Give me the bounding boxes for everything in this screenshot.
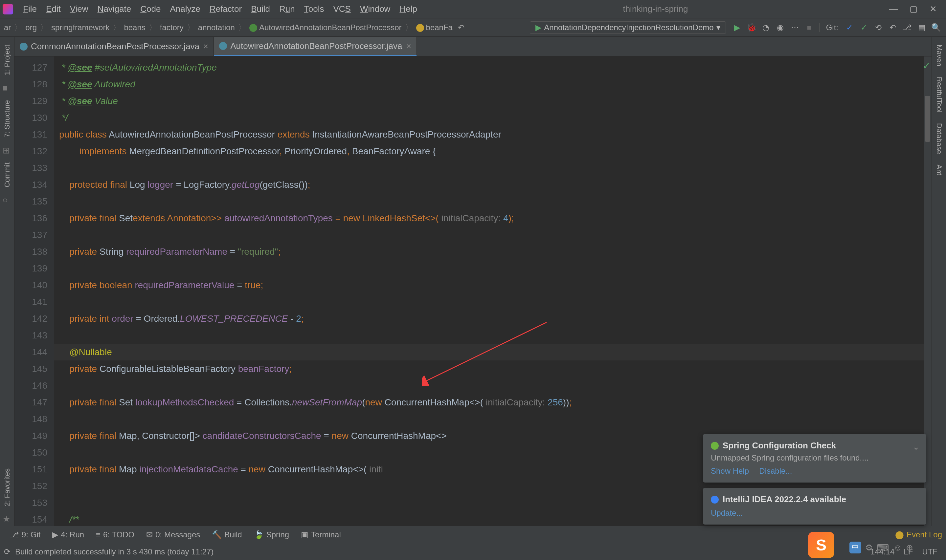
- tool-favorites[interactable]: 2: Favorites: [2, 463, 13, 511]
- status-encoding[interactable]: UTF: [917, 547, 942, 556]
- git-revert-icon[interactable]: ↶: [887, 22, 898, 33]
- scrollbar-thumb[interactable]: [925, 96, 930, 142]
- left-toolbar: 1: Project ■ 7: Structure ⊞ Commit ○ 2: …: [0, 37, 14, 526]
- bt-terminal[interactable]: ▣ Terminal: [295, 530, 347, 539]
- crumb-0[interactable]: ar: [3, 23, 12, 32]
- titlebar: File Edit View Navigate Code Analyze Ref…: [0, 0, 946, 18]
- menu-view[interactable]: View: [65, 4, 93, 14]
- ime-tool-icon[interactable]: ⚙: [865, 543, 873, 553]
- tab-0-close-icon[interactable]: ×: [203, 42, 208, 52]
- ime-emoji-icon[interactable]: ☺: [893, 543, 902, 553]
- bt-git[interactable]: ⎇ 9: Git: [4, 530, 46, 539]
- git-history-icon[interactable]: ⟲: [873, 22, 884, 33]
- notification-title: Spring Configuration Check: [723, 440, 836, 451]
- run-icon[interactable]: ▶: [732, 22, 743, 33]
- menu-file[interactable]: File: [18, 4, 42, 14]
- window-title: thinking-in-spring: [422, 4, 889, 14]
- coverage-icon[interactable]: ◔: [761, 22, 771, 33]
- gutter[interactable]: 1271281291301311321331341351361371381391…: [14, 57, 54, 526]
- menu-build[interactable]: Build: [247, 4, 274, 14]
- navbar: ar〉 org〉 springframework〉 beans〉 factory…: [0, 18, 946, 37]
- update-link[interactable]: Update...: [711, 508, 743, 518]
- tool-ant[interactable]: Ant: [934, 159, 945, 180]
- menu-navigate[interactable]: Navigate: [93, 4, 136, 14]
- bt-run[interactable]: ▶ 4: Run: [46, 530, 90, 539]
- java-class-icon: [20, 43, 28, 51]
- notification-spring[interactable]: Spring Configuration Check Unmapped Spri…: [703, 434, 926, 483]
- attach-icon[interactable]: ⋯: [790, 22, 800, 33]
- show-help-link[interactable]: Show Help: [711, 466, 749, 475]
- info-icon: [711, 496, 719, 503]
- tool-project[interactable]: 1: Project: [2, 39, 13, 80]
- menu-analyze[interactable]: Analyze: [165, 4, 205, 14]
- maximize-icon[interactable]: ▢: [909, 4, 918, 14]
- crumb-6[interactable]: AutowiredAnnotationBeanPostProcessor: [248, 23, 403, 32]
- git-label: Git:: [826, 23, 838, 32]
- app-icon: [3, 4, 13, 14]
- tool-maven[interactable]: Maven: [934, 39, 945, 72]
- git-commit-icon[interactable]: ✓: [859, 22, 869, 33]
- ime-lang-icon[interactable]: 中: [849, 542, 861, 554]
- profile-icon[interactable]: ◉: [775, 22, 786, 33]
- crumb-1[interactable]: org: [24, 23, 38, 32]
- tool-database[interactable]: Database: [934, 118, 945, 159]
- chevron-down-icon[interactable]: ⌄: [912, 442, 920, 452]
- crumb-3[interactable]: beans: [123, 23, 146, 32]
- stop-icon[interactable]: ■: [804, 22, 815, 33]
- git-branch-icon[interactable]: ⎇: [902, 22, 912, 33]
- nav-back-icon[interactable]: ↶: [456, 22, 467, 33]
- structure-tool-icon[interactable]: ⊞: [3, 145, 12, 155]
- inspection-ok-icon[interactable]: ✓: [923, 60, 930, 71]
- crumb-5[interactable]: annotation: [197, 23, 236, 32]
- bt-todo[interactable]: ≡ 6: TODO: [90, 530, 140, 539]
- tab-0[interactable]: CommonAnnotationBeanPostProcessor.java×: [14, 37, 214, 56]
- bt-build[interactable]: 🔨 Build: [206, 530, 248, 539]
- crumb-7[interactable]: beanFa: [415, 23, 454, 32]
- notification-title: IntelliJ IDEA 2022.2.4 available: [723, 494, 846, 505]
- menu-refactor[interactable]: Refactor: [205, 4, 247, 14]
- right-toolbar: Maven RestfulTool Database Ant: [932, 37, 946, 526]
- run-config-select[interactable]: ▶AnnotationDependencyInjectionResolution…: [530, 22, 726, 34]
- tab-1-label: AutowiredAnnotationBeanPostProcessor.jav…: [230, 41, 402, 51]
- git-update-icon[interactable]: ✓: [844, 22, 855, 33]
- disable-link[interactable]: Disable...: [759, 466, 792, 475]
- close-icon[interactable]: ✕: [929, 4, 937, 14]
- ime-settings-icon[interactable]: ⊕: [906, 543, 913, 553]
- commit-icon[interactable]: ○: [3, 195, 12, 204]
- menu-help[interactable]: Help: [395, 4, 421, 14]
- editor-tabs: CommonAnnotationBeanPostProcessor.java× …: [14, 37, 932, 57]
- notification-body: Unmapped Spring configuration files foun…: [711, 453, 918, 463]
- menu-edit[interactable]: Edit: [42, 4, 65, 14]
- menu-run[interactable]: Run: [274, 4, 300, 14]
- tab-1[interactable]: AutowiredAnnotationBeanPostProcessor.jav…: [214, 37, 416, 56]
- bookmark-icon[interactable]: ■: [3, 83, 12, 92]
- menu-window[interactable]: Window: [355, 4, 395, 14]
- tool-restful[interactable]: RestfulTool: [934, 72, 945, 118]
- ime-keyboard-icon[interactable]: ⌨: [877, 543, 889, 553]
- structure-icon[interactable]: ▤: [917, 22, 927, 33]
- status-message: Build completed successfully in 3 s 430 …: [11, 547, 218, 556]
- sogou-ime-icon[interactable]: S: [808, 532, 834, 558]
- menu-tools[interactable]: Tools: [300, 4, 329, 14]
- bottom-toolbar: ⎇ 9: Git ▶ 4: Run ≡ 6: TODO ✉ 0: Message…: [0, 526, 946, 543]
- tab-1-close-icon[interactable]: ×: [406, 41, 411, 51]
- bt-messages[interactable]: ✉ 0: Messages: [140, 530, 206, 539]
- debug-icon[interactable]: 🐞: [746, 22, 757, 33]
- notification-update[interactable]: IntelliJ IDEA 2022.2.4 available Update.…: [703, 488, 926, 525]
- star-icon[interactable]: ★: [3, 514, 12, 523]
- run-config-label: AnnotationDependencyInjectionResolutionD…: [544, 23, 713, 32]
- tool-commit[interactable]: Commit: [2, 157, 13, 193]
- statusbar: ⟳ Build completed successfully in 3 s 43…: [0, 543, 946, 560]
- bt-spring[interactable]: 🍃 Spring: [248, 530, 295, 539]
- status-progress-icon: ⟳: [4, 547, 11, 556]
- menu-vcs[interactable]: VCS: [328, 4, 355, 14]
- crumb-4[interactable]: factory: [159, 23, 185, 32]
- menu-code[interactable]: Code: [136, 4, 165, 14]
- crumb-2[interactable]: springframework: [50, 23, 111, 32]
- tab-0-label: CommonAnnotationBeanPostProcessor.java: [31, 42, 199, 52]
- bt-eventlog[interactable]: ⬤ Event Log: [895, 530, 942, 539]
- java-class-icon: [219, 42, 227, 50]
- tool-structure[interactable]: 7: Structure: [2, 95, 13, 143]
- minimize-icon[interactable]: —: [889, 4, 898, 14]
- search-icon[interactable]: 🔍: [931, 22, 941, 33]
